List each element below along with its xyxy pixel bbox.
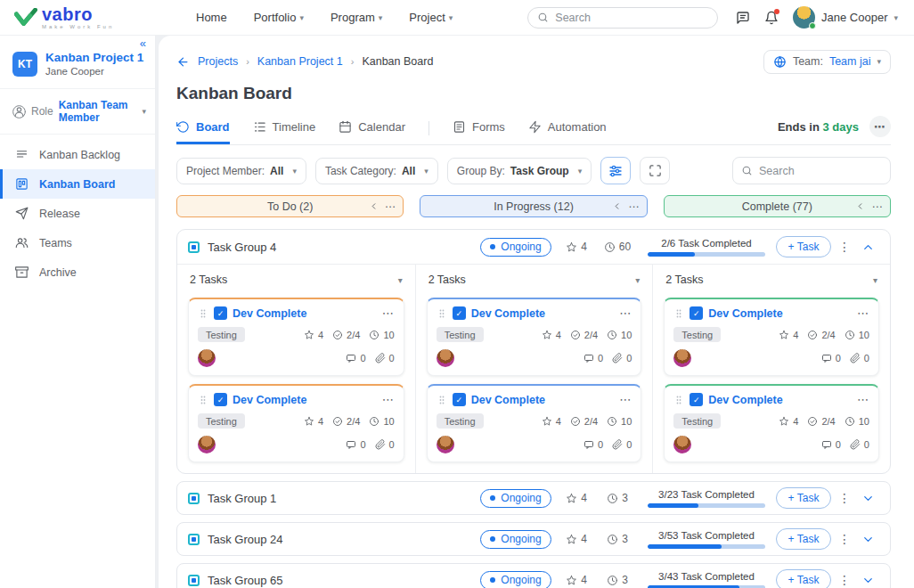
task-card[interactable]: ✓ Dev Complete ⋯ Testing 4 2/4 10 0 0: [427, 384, 642, 462]
nav-portfolio[interactable]: Portfolio▾: [254, 11, 304, 24]
tab-board[interactable]: Board: [176, 120, 230, 144]
filter-settings-button[interactable]: [600, 157, 631, 184]
expand-group-icon[interactable]: [861, 574, 875, 587]
task-group-row[interactable]: Task Group 65 Ongoing 4 3 3/43 Task Comp…: [176, 563, 891, 588]
messages-button[interactable]: [736, 11, 750, 25]
project-header[interactable]: KT Kanban Project 1 Jane Cooper: [0, 36, 155, 89]
column-more-icon[interactable]: ⋯: [385, 200, 396, 213]
group-more-icon[interactable]: ⋮: [838, 573, 851, 587]
chevron-down-icon[interactable]: ▾: [398, 275, 403, 285]
assignee-avatar[interactable]: [198, 436, 216, 453]
task-card[interactable]: ✓ Dev Complete ⋯ Testing 4 2/4 10 0 0: [188, 298, 404, 376]
task-group-row[interactable]: Task Group 24 Ongoing 4 3 3/53 Task Comp…: [176, 522, 891, 556]
assignee-avatar[interactable]: [437, 436, 454, 453]
status-badge[interactable]: Ongoing: [480, 571, 551, 588]
add-task-button[interactable]: + Task: [776, 569, 832, 588]
chevron-down-icon[interactable]: ▾: [873, 275, 877, 285]
group-more-icon[interactable]: ⋮: [838, 240, 851, 254]
sidebar-item-release[interactable]: Release: [0, 199, 155, 228]
tab-divider: [428, 121, 429, 135]
card-more-icon[interactable]: ⋯: [857, 393, 869, 406]
collapse-group-icon[interactable]: [861, 241, 875, 254]
card-more-icon[interactable]: ⋯: [619, 393, 632, 406]
global-search-input[interactable]: [555, 12, 708, 24]
sidebar-collapse-button[interactable]: «: [140, 37, 146, 50]
add-task-button[interactable]: + Task: [776, 236, 832, 257]
team-selector[interactable]: Team: Team jai ▾: [763, 50, 891, 74]
task-category-filter[interactable]: Task Category:All ▾: [315, 158, 438, 184]
assignee-avatar[interactable]: [437, 349, 454, 367]
breadcrumb-item[interactable]: Kanban Project 1: [257, 55, 343, 68]
expand-group-icon[interactable]: [861, 492, 875, 505]
board-search-input[interactable]: [759, 165, 882, 177]
task-title[interactable]: Dev Complete: [233, 307, 306, 320]
tab-automation[interactable]: Automation: [528, 120, 607, 144]
time-estimate: 3: [596, 533, 639, 545]
task-title[interactable]: Dev Complete: [708, 394, 782, 406]
column-header-to-do[interactable]: To Do (2) ⋯: [176, 195, 404, 217]
column-header-in-progress[interactable]: In Progress (12) ⋯: [420, 195, 647, 217]
task-group-header[interactable]: Task Group 4 Ongoing 4 60 2/6 Task Compl…: [177, 230, 890, 264]
task-title[interactable]: Dev Complete: [471, 394, 545, 406]
tab-forms[interactable]: Forms: [453, 120, 505, 144]
task-card[interactable]: ✓ Dev Complete ⋯ Testing 4 2/4 10 0 0: [664, 298, 879, 376]
back-arrow-icon[interactable]: [176, 55, 190, 69]
notifications-button[interactable]: [764, 11, 779, 25]
page-more-button[interactable]: ⋯: [869, 116, 891, 137]
nav-program[interactable]: Program▾: [331, 11, 382, 24]
card-subtasks: 2/4: [347, 330, 360, 340]
task-card[interactable]: ✓ Dev Complete ⋯ Testing 4 2/4 10 0 0: [664, 384, 879, 462]
check-circle-icon: [570, 416, 581, 427]
assignee-avatar[interactable]: [198, 349, 216, 367]
assignee-avatar[interactable]: [673, 436, 691, 453]
task-card[interactable]: ✓ Dev Complete ⋯ Testing 4 2/4 10 0 0: [188, 384, 404, 462]
user-menu[interactable]: Jane Cooper ▾: [793, 6, 898, 29]
role-selector[interactable]: Role Kanban Team Member ▾: [0, 89, 155, 135]
column-more-icon[interactable]: ⋯: [871, 200, 883, 213]
global-search[interactable]: [527, 7, 718, 29]
sidebar-item-kanban-backlog[interactable]: Kanban Backlog: [0, 140, 155, 169]
fullscreen-button[interactable]: [640, 157, 670, 184]
card-more-icon[interactable]: ⋯: [619, 306, 632, 320]
deadline-value: 3 days: [823, 120, 859, 134]
status-badge[interactable]: Ongoing: [480, 238, 551, 257]
comment-icon: [346, 439, 356, 450]
group-by-filter[interactable]: Group By:Task Group ▾: [447, 158, 592, 184]
card-stars: 4: [318, 330, 323, 340]
tab-timeline[interactable]: Timeline: [253, 120, 316, 144]
chevron-down-icon: ▾: [424, 167, 428, 176]
clock-icon: [845, 330, 855, 340]
assignee-avatar[interactable]: [673, 349, 691, 367]
board-search[interactable]: [732, 157, 891, 184]
clock-icon: [607, 534, 618, 545]
card-more-icon[interactable]: ⋯: [382, 306, 395, 320]
status-badge[interactable]: Ongoing: [480, 489, 551, 508]
group-more-icon[interactable]: ⋮: [838, 532, 851, 546]
column-header-complete[interactable]: Complete (77) ⋯: [664, 195, 891, 217]
card-more-icon[interactable]: ⋯: [382, 393, 395, 406]
card-attachments: 0: [626, 353, 632, 363]
card-more-icon[interactable]: ⋯: [857, 306, 869, 320]
group-more-icon[interactable]: ⋮: [838, 491, 851, 505]
task-title[interactable]: Dev Complete: [233, 394, 306, 406]
project-member-filter[interactable]: Project Member:All ▾: [176, 158, 306, 184]
sidebar-item-archive[interactable]: Archive: [0, 257, 155, 287]
nav-project[interactable]: Project▾: [409, 11, 453, 24]
chevron-down-icon[interactable]: ▾: [635, 275, 640, 285]
app-logo[interactable]: vabro Make Work Fun: [0, 5, 157, 29]
chevron-down-icon: ▾: [299, 13, 304, 22]
column-more-icon[interactable]: ⋯: [628, 200, 640, 213]
nav-home[interactable]: Home: [196, 11, 227, 24]
sidebar-item-teams[interactable]: Teams: [0, 228, 155, 257]
sidebar-item-kanban-board[interactable]: Kanban Board: [0, 169, 155, 199]
task-title[interactable]: Dev Complete: [708, 307, 782, 320]
status-badge[interactable]: Ongoing: [480, 530, 551, 549]
expand-group-icon[interactable]: [861, 533, 875, 546]
add-task-button[interactable]: + Task: [776, 487, 832, 509]
task-card[interactable]: ✓ Dev Complete ⋯ Testing 4 2/4 10 0 0: [427, 298, 642, 376]
breadcrumb-item[interactable]: Projects: [198, 55, 238, 68]
task-group-row[interactable]: Task Group 1 Ongoing 4 3 3/23 Task Compl…: [176, 481, 891, 515]
task-title[interactable]: Dev Complete: [471, 307, 545, 320]
tab-calendar[interactable]: Calendar: [339, 120, 405, 144]
add-task-button[interactable]: + Task: [776, 528, 832, 550]
